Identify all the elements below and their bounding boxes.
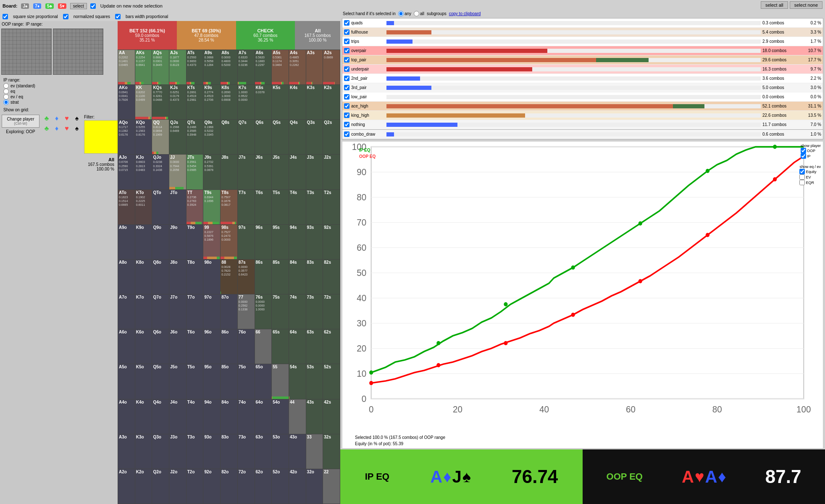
ev-option[interactable]: EV bbox=[799, 174, 821, 180]
ev-eq-option[interactable]: eq bbox=[3, 89, 114, 94]
grid-cell-jj[interactable]: JJ0.0000 0.7944 0.2056 bbox=[169, 155, 186, 189]
grid-cell-53s[interactable]: 53s bbox=[306, 364, 323, 399]
grid-cell-t6o[interactable]: T6o bbox=[187, 329, 203, 364]
grid-cell-tt[interactable]: TT0.2736 0.2763 0.3924 bbox=[187, 190, 203, 224]
grid-cell-96o[interactable]: 96o bbox=[203, 329, 220, 364]
grid-cell-q2o[interactable]: Q2o bbox=[152, 469, 169, 504]
grid-cell-j9s[interactable]: J9s0.2732 0.5391 0.0878 bbox=[203, 155, 220, 189]
grid-cell-55[interactable]: 55 bbox=[272, 364, 289, 399]
grid-cell-qts[interactable]: QTs0.2466 0.3585 0.3948 bbox=[187, 120, 203, 154]
grid-cell-93s[interactable]: 93s bbox=[306, 225, 323, 259]
grid-cell-72s[interactable]: 72s bbox=[323, 294, 340, 329]
grid-cell-kqo[interactable]: KQo0.5255 0.1563 0.8176 bbox=[135, 120, 152, 154]
grid-cell-q3s[interactable]: Q3s bbox=[306, 120, 323, 154]
grid-cell-q5o[interactable]: Q5o bbox=[152, 364, 169, 399]
grid-cell-a6s[interactable]: A6s0.5820 0.1883 0.2297 bbox=[255, 50, 272, 84]
quads-checkbox[interactable] bbox=[344, 20, 349, 26]
grid-cell-k2s[interactable]: K2s bbox=[323, 85, 340, 119]
grid-cell-t9o[interactable]: T9o bbox=[187, 225, 203, 259]
hand-row-combo-draw[interactable]: combo_draw 0.6 combos 1.0 % bbox=[342, 130, 823, 139]
grid-cell-qto[interactable]: QTo bbox=[152, 190, 169, 224]
hand-row-ace-high[interactable]: ace_high 52.1 combos 31.1 % bbox=[342, 102, 823, 111]
top-pair-checkbox[interactable] bbox=[344, 57, 349, 63]
grid-cell-k3s[interactable]: K3s bbox=[306, 85, 323, 119]
grid-cell-88[interactable]: 880.0028 0.7820 0.2152 bbox=[221, 260, 237, 294]
grid-cell-j9o[interactable]: J9o bbox=[169, 225, 186, 259]
grid-cell-j2s[interactable]: J2s bbox=[323, 155, 340, 189]
grid-cell-87s[interactable]: 87s0.0000 0.3577 0.6423 bbox=[238, 260, 255, 294]
grid-cell-k5s[interactable]: K5s bbox=[272, 85, 289, 119]
grid-cell-85s[interactable]: 85s bbox=[272, 260, 289, 294]
grid-cell-a9s[interactable]: A9s0.3668 0.5058 0.1284 bbox=[203, 50, 220, 84]
grid-cell-a5s[interactable]: A5s0.5361 0.1174 0.3464 bbox=[272, 50, 289, 84]
grid-cell-t6s[interactable]: T6s bbox=[255, 190, 272, 224]
grid-cell-q7o[interactable]: Q7o bbox=[152, 294, 169, 329]
grid-cell-73s[interactable]: 73s bbox=[306, 294, 323, 329]
grid-cell-83s[interactable]: 83s bbox=[306, 260, 323, 294]
hand-row-quads[interactable]: quads 0.3 combos 0.2 % bbox=[342, 18, 823, 28]
grid-cell-66[interactable]: 66 bbox=[255, 329, 272, 364]
grid-cell-q3o[interactable]: Q3o bbox=[152, 434, 169, 469]
grid-cell-k7o[interactable]: K7o bbox=[135, 294, 152, 329]
grid-cell-43s[interactable]: 43s bbox=[306, 399, 323, 434]
combo-draw-checkbox[interactable] bbox=[344, 131, 349, 137]
hand-row-2nd-pair[interactable]: 2nd_pair 3.6 combos 2.2 % bbox=[342, 74, 823, 83]
grid-cell-j7o[interactable]: J7o bbox=[169, 294, 186, 329]
bars-width-checkbox[interactable] bbox=[115, 14, 121, 19]
grid-cell-a8o[interactable]: A8o bbox=[118, 260, 135, 294]
grid-cell-t5s[interactable]: T5s bbox=[272, 190, 289, 224]
grid-cell-t3o[interactable]: T3o bbox=[187, 434, 203, 469]
grid-cell-j4o[interactable]: J4o bbox=[169, 399, 186, 434]
grid-cell-q6s[interactable]: Q6s bbox=[255, 120, 272, 154]
hand-row-fullhouse[interactable]: fullhouse 5.4 combos 3.3 % bbox=[342, 28, 823, 37]
grid-cell-k4o[interactable]: K4o bbox=[135, 399, 152, 434]
king-high-checkbox[interactable] bbox=[344, 113, 349, 118]
grid-cell-k4s[interactable]: K4s bbox=[289, 85, 306, 119]
change-player-button[interactable]: Change player (Ctrl-W) bbox=[2, 115, 39, 128]
grid-cell-92o[interactable]: 92o bbox=[203, 469, 220, 504]
grid-cell-74o[interactable]: 74o bbox=[238, 399, 255, 434]
grid-cell-42o[interactable]: 42o bbox=[289, 469, 306, 504]
grid-cell-84o[interactable]: 84o bbox=[221, 399, 237, 434]
grid-cell-65o[interactable]: 65o bbox=[255, 364, 272, 399]
grid-cell-aa[interactable]: AA0.2202 0.1401 0.6465 bbox=[118, 50, 135, 84]
grid-cell-t4s[interactable]: T4s bbox=[289, 190, 306, 224]
fullhouse-checkbox[interactable] bbox=[344, 29, 349, 35]
grid-cell-62o[interactable]: 62o bbox=[255, 469, 272, 504]
grid-cell-j5o[interactable]: J5o bbox=[169, 364, 186, 399]
hand-row-overpair[interactable]: overpair 18.0 combos 10.7 % bbox=[342, 46, 823, 55]
grid-cell-t8s[interactable]: T8s0.7507 0.1676 0.0817 bbox=[221, 190, 237, 224]
grid-cell-96s[interactable]: 96s bbox=[255, 225, 272, 259]
grid-cell-t8o[interactable]: T8o bbox=[187, 260, 203, 294]
grid-cell-22[interactable]: 22 bbox=[323, 469, 340, 504]
overpair-checkbox[interactable] bbox=[344, 48, 349, 53]
grid-cell-qjs[interactable]: QJs0.1566 0.6469 bbox=[169, 120, 186, 154]
grid-cell-a7o[interactable]: A7o bbox=[118, 294, 135, 329]
grid-cell-a5o[interactable]: A5o bbox=[118, 364, 135, 399]
grid-cell-63o[interactable]: 63o bbox=[255, 434, 272, 469]
grid-cell-ajo[interactable]: AJo0.6706 0.2590 0.0715 bbox=[118, 155, 135, 189]
grid-cell-t4o[interactable]: T4o bbox=[187, 399, 203, 434]
grid-cell-aqs[interactable]: AQs0.6882 0.0301 0.3445 bbox=[152, 50, 169, 84]
ev-eq-div-option[interactable]: ev / eq bbox=[3, 94, 114, 100]
grid-cell-99[interactable]: 990.2227 0.5876 0.1896 bbox=[203, 225, 220, 259]
grid-cell-a9o[interactable]: A9o bbox=[118, 225, 135, 259]
equity-option[interactable]: Equity bbox=[799, 169, 821, 174]
grid-cell-a6o[interactable]: A6o bbox=[118, 329, 135, 364]
grid-cell-a3o[interactable]: A3o bbox=[118, 434, 135, 469]
grid-cell-t2s[interactable]: T2s bbox=[323, 190, 340, 224]
grid-cell-q2s[interactable]: Q2s bbox=[323, 120, 340, 154]
select-none-button[interactable]: select none bbox=[790, 1, 822, 9]
grid-cell-42s[interactable]: 42s bbox=[323, 399, 340, 434]
grid-cell-t9s[interactable]: T9s0.6944 0.1696 bbox=[203, 190, 220, 224]
grid-cell-kto[interactable]: KTo0.1902 0.2225 0.6011 bbox=[135, 190, 152, 224]
hand-row-top-pair[interactable]: top_pair 29.6 combos 17.7 % bbox=[342, 55, 823, 65]
grid-cell-k8o[interactable]: K8o bbox=[135, 260, 152, 294]
grid-cell-54o[interactable]: 54o bbox=[272, 399, 289, 434]
grid-cell-44[interactable]: 44 bbox=[289, 399, 306, 434]
grid-cell-aks[interactable]: AKs0.2254 0.1157 0.6641 bbox=[135, 50, 152, 84]
grid-cell-63s[interactable]: 63s bbox=[306, 329, 323, 364]
grid-cell-kqs[interactable]: KQs0.7770 0.3281 0.0488 bbox=[152, 85, 169, 119]
grid-cell-97s[interactable]: 97s bbox=[238, 225, 255, 259]
grid-cell-kk[interactable]: KK0.8202 0.1100 0.0499 bbox=[135, 85, 152, 119]
